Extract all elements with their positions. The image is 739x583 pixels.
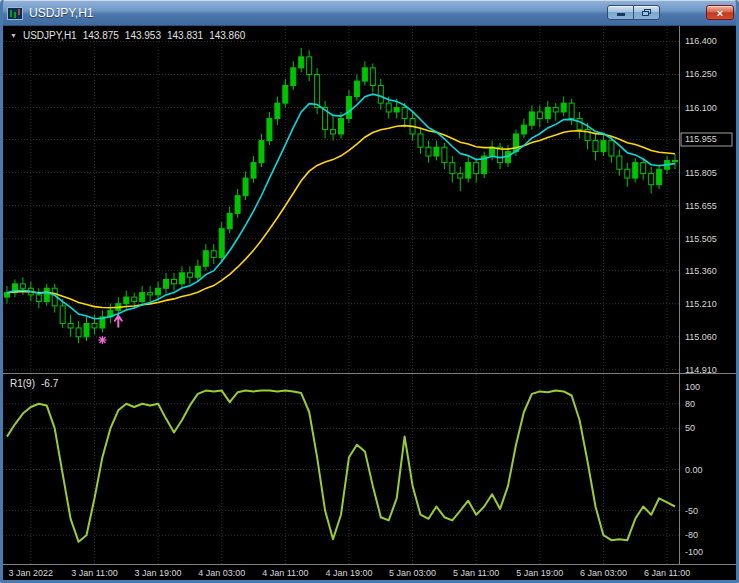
price-axis-label: 115.655 xyxy=(685,201,717,211)
indicator-axis-label: -100 xyxy=(685,547,703,557)
indicator-axis-label: -50 xyxy=(685,506,698,516)
indicator-axis-label: 80 xyxy=(685,399,695,409)
price-axis-label: 116.250 xyxy=(685,69,717,79)
indicator-axis-label: 100 xyxy=(685,382,700,392)
price-axis-label: 115.505 xyxy=(685,234,717,244)
chart-window: USDJPY,H1 × 116.400116.250116.100115.955… xyxy=(0,0,739,583)
minimize-icon xyxy=(617,13,625,16)
window-controls xyxy=(607,5,660,20)
star-annotation xyxy=(98,336,106,344)
price-axis-label: 116.400 xyxy=(685,36,717,46)
time-axis-label: 5 Jan 19:00 xyxy=(516,568,563,578)
time-axis-label: 5 Jan 11:00 xyxy=(453,568,499,578)
price-axis-label: 115.060 xyxy=(685,332,717,342)
chart-area: 116.400116.250116.100115.955115.805115.6… xyxy=(3,26,736,580)
price-axis-label: 116.100 xyxy=(685,103,717,113)
price-axis-label: 114.910 xyxy=(685,365,717,375)
restore-button[interactable] xyxy=(633,5,660,20)
time-axis-label: 3 Jan 2022 xyxy=(9,568,54,578)
close-icon: × xyxy=(717,7,723,19)
price-chart[interactable]: 116.400116.250116.100115.955115.805115.6… xyxy=(3,26,736,580)
close-button[interactable]: × xyxy=(706,5,734,20)
title-bar[interactable]: USDJPY,H1 × xyxy=(0,0,739,26)
indicator-axis-label: 50 xyxy=(685,423,695,433)
price-axis-label: 115.955 xyxy=(685,134,717,144)
chart-background xyxy=(3,26,736,580)
chart-icon xyxy=(7,7,23,20)
price-axis-label: 115.210 xyxy=(685,299,717,309)
time-axis-label: 3 Jan 11:00 xyxy=(71,568,117,578)
time-axis-label: 6 Jan 03:00 xyxy=(580,568,627,578)
time-axis-label: 3 Jan 19:00 xyxy=(135,568,182,578)
time-axis-label: 4 Jan 19:00 xyxy=(325,568,372,578)
minimize-button[interactable] xyxy=(607,5,634,20)
time-axis-label: 4 Jan 03:00 xyxy=(198,568,245,578)
indicator-axis-label: 0.00 xyxy=(685,465,703,475)
time-axis-label: 6 Jan 11:00 xyxy=(644,568,690,578)
window-title: USDJPY,H1 xyxy=(29,6,93,20)
indicator-axis-label: -80 xyxy=(685,530,698,540)
candle xyxy=(482,152,487,178)
time-axis-label: 5 Jan 03:00 xyxy=(389,568,436,578)
time-axis-label: 4 Jan 11:00 xyxy=(262,568,308,578)
candle xyxy=(315,68,320,114)
price-axis-label: 115.805 xyxy=(685,168,717,178)
restore-icon xyxy=(642,9,651,16)
price-axis-label: 115.360 xyxy=(685,266,717,276)
